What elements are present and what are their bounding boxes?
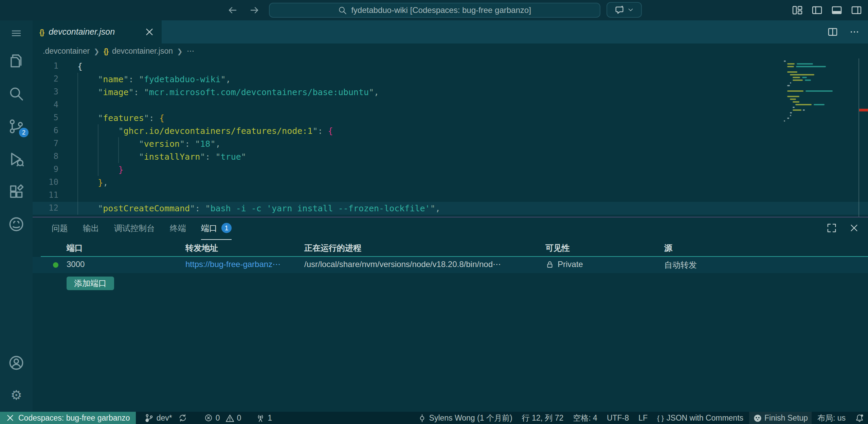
- source-control-icon[interactable]: 2: [8, 118, 24, 135]
- keyboard-layout-status-item[interactable]: 布局: us: [813, 412, 850, 424]
- tab-devcontainer-json[interactable]: {} devcontainer.json: [33, 20, 162, 43]
- code-token: ": [124, 74, 129, 84]
- code-token: [77, 87, 98, 97]
- tab-close-icon[interactable]: [144, 26, 155, 37]
- git-blame-status-item[interactable]: Sylens Wong (1 个月前): [414, 412, 517, 424]
- panel-tab-debug-console[interactable]: 调试控制台: [114, 217, 155, 239]
- code-token: }: [118, 164, 123, 175]
- chevron-right-icon: ❯: [94, 47, 100, 55]
- indentation-status-item[interactable]: 空格: 4: [569, 412, 601, 424]
- code-token: ": [98, 87, 103, 97]
- language-mode-status-item[interactable]: { } JSON with Comments: [653, 412, 747, 424]
- panel-tab-output[interactable]: 输出: [83, 217, 99, 239]
- json-file-icon: {}: [104, 47, 108, 55]
- code-editor[interactable]: 1{2 "name": "fydetabduo-wiki",3 "image":…: [33, 58, 868, 217]
- forwarded-address-link[interactable]: https://bug-free-garbanz⋯: [185, 260, 281, 269]
- code-token: ": [98, 203, 103, 213]
- chevron-down-icon: [628, 7, 634, 13]
- code-line[interactable]: 5 "features": {: [33, 111, 868, 124]
- line-number: 3: [33, 86, 58, 99]
- maximize-panel-icon[interactable]: [827, 223, 837, 233]
- search-value: fydetabduo-wiki [Codespaces: bug-free ga…: [351, 5, 531, 15]
- code-line[interactable]: 7 "version": "18",: [33, 137, 868, 150]
- code-token: ,: [374, 87, 379, 97]
- close-panel-icon[interactable]: [849, 223, 859, 233]
- problems-status-item[interactable]: 0 0: [201, 412, 245, 424]
- code-token: ": [139, 74, 144, 84]
- customize-layout-icon[interactable]: [792, 5, 803, 16]
- finish-setup-status-item[interactable]: Finish Setup: [749, 412, 812, 424]
- code-line[interactable]: 11: [33, 189, 868, 202]
- panel-tab-problems[interactable]: 问题: [52, 217, 68, 239]
- minimap[interactable]: [784, 60, 858, 122]
- code-token: name: [103, 74, 123, 84]
- braces-icon: { }: [657, 414, 664, 422]
- settings-gear-icon[interactable]: ⚙: [8, 387, 24, 404]
- port-row[interactable]: 3000 https://bug-free-garbanz⋯ /usr/loca…: [33, 257, 868, 273]
- notifications-bell-item[interactable]: [851, 412, 868, 424]
- code-token: [77, 113, 98, 123]
- nav-forward-icon[interactable]: [249, 5, 260, 16]
- breadcrumb-file[interactable]: devcontainer.json: [112, 47, 173, 55]
- code-token: ": [118, 126, 123, 136]
- encoding-status-item[interactable]: UTF-8: [603, 412, 633, 424]
- menu-icon[interactable]: [11, 28, 22, 39]
- toggle-primary-sidebar-icon[interactable]: [812, 5, 822, 16]
- extensions-icon[interactable]: [8, 183, 24, 200]
- indent-guide: [98, 124, 98, 176]
- code-token: installYarn: [144, 152, 200, 162]
- remote-indicator[interactable]: Codespaces: bug-free garbanzo: [0, 412, 136, 424]
- code-line[interactable]: 6 "ghcr.io/devcontainers/features/node:1…: [33, 124, 868, 137]
- code-token: ": [430, 203, 435, 213]
- panel-tab-ports[interactable]: 端口 1: [201, 217, 232, 240]
- code-line[interactable]: 8 "installYarn": "true": [33, 150, 868, 163]
- code-line[interactable]: 3 "image": "mcr.microsoft.com/devcontain…: [33, 86, 868, 99]
- breadcrumb-more[interactable]: ⋯: [187, 46, 195, 56]
- toggle-secondary-sidebar-icon[interactable]: [851, 5, 862, 16]
- warning-count: 0: [237, 414, 241, 422]
- code-token: :: [129, 74, 139, 84]
- port-number: 3000: [67, 260, 85, 269]
- code-line[interactable]: 4: [33, 99, 868, 111]
- code-line[interactable]: 1{: [33, 60, 868, 73]
- line-number: 9: [33, 163, 58, 176]
- account-icon[interactable]: [8, 355, 24, 371]
- more-actions-icon[interactable]: [849, 26, 860, 37]
- warning-icon: [225, 413, 234, 422]
- code-token: ": [200, 152, 205, 162]
- code-line[interactable]: 9 }: [33, 163, 868, 176]
- nav-back-icon[interactable]: [227, 5, 238, 16]
- github-icon[interactable]: [8, 216, 24, 232]
- eol-status-item[interactable]: LF: [634, 412, 652, 424]
- overview-ruler-mark: [859, 109, 868, 111]
- explorer-icon[interactable]: [8, 53, 24, 69]
- toggle-panel-icon[interactable]: [831, 5, 842, 16]
- code-token: {: [77, 61, 83, 71]
- panel-tab-terminal[interactable]: 终端: [170, 217, 186, 239]
- branch-status-item[interactable]: dev*: [142, 412, 191, 424]
- copilot-button[interactable]: [607, 2, 642, 18]
- code-line[interactable]: 2 "name": "fydetabduo-wiki",: [33, 73, 868, 86]
- code-token: ": [312, 126, 318, 136]
- line-number: 8: [33, 150, 58, 163]
- split-editor-icon[interactable]: [827, 26, 838, 37]
- code-line[interactable]: 12 "postCreateCommand": "bash -i -c 'yar…: [33, 202, 868, 215]
- command-center-search[interactable]: fydetabduo-wiki [Codespaces: bug-free ga…: [269, 3, 600, 18]
- cursor-position-status-item[interactable]: 行 12, 列 72: [518, 412, 568, 424]
- code-line[interactable]: 10 },: [33, 176, 868, 189]
- run-debug-icon[interactable]: [8, 151, 24, 167]
- source-control-badge: 2: [19, 128, 29, 137]
- code-token: true: [221, 152, 241, 162]
- breadcrumb-folder[interactable]: .devcontainer: [43, 47, 90, 55]
- overview-ruler[interactable]: [858, 58, 868, 217]
- forwarded-ports-status-item[interactable]: 1: [253, 412, 275, 424]
- add-port-button[interactable]: 添加端口: [67, 277, 114, 290]
- col-process: 正在运行的进程: [304, 243, 361, 254]
- code-token: ,: [216, 139, 221, 149]
- sync-icon: [179, 414, 187, 422]
- line-number: 2: [33, 73, 58, 86]
- git-commit-icon: [418, 413, 427, 422]
- code-token: }: [98, 177, 103, 188]
- code-token: ": [139, 152, 144, 162]
- search-sidebar-icon[interactable]: [8, 86, 24, 102]
